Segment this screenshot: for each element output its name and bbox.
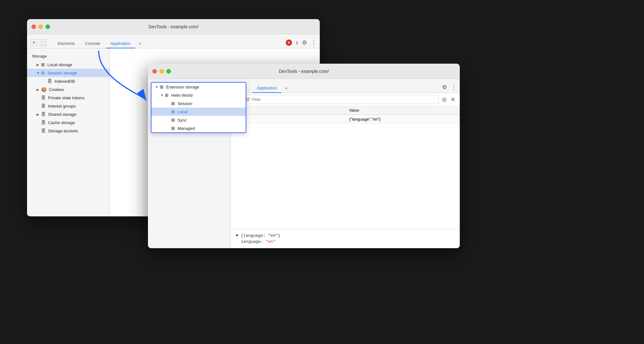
table-icon: ⊞ [41,70,45,75]
ext-sync[interactable]: ▶ ⊞ Sync [151,116,246,124]
sidebar-item-label: Hello World [171,93,192,98]
sidebar-item-label: Managed [178,126,195,131]
tab-application-back[interactable]: Application [106,39,135,48]
json-expand[interactable]: ▼ {language: "en"} [236,233,455,238]
db-icon: 🗄 [41,120,46,125]
filter-bar: ↻ ▽ ⊘ ✕ [231,93,460,106]
clear-filter-icon[interactable]: ⊘ [441,95,447,104]
sidebar-storage-buckets[interactable]: ▶ 🗄 Storage buckets [27,127,109,135]
box-icon[interactable]: ⬚ [40,39,47,46]
cookie-icon: 🍪 [41,87,46,92]
tab-bar-back: ⌖ ⬚ Elements Console Application » ✕ 1 ⚙… [27,34,320,48]
sidebar-cache-storage[interactable]: ▶ 🗄 Cache storage [27,118,109,127]
tab-more-front[interactable]: » [283,84,290,93]
arrow-icon: ▶ [37,88,41,91]
close-filter-icon[interactable]: ✕ [450,95,456,104]
maximize-button-back[interactable] [46,25,50,29]
window-title-front: DevTools - example.com/ [279,69,329,74]
tab-bar-right-front: ⚙ ⋮ [442,84,457,93]
ext-managed[interactable]: ▶ ⊞ Managed [151,124,246,132]
table-icon: ⊞ [171,117,175,123]
arrow-icon: ▼ [155,85,160,89]
cursor-icon[interactable]: ⌖ [30,39,37,46]
ext-local[interactable]: ▶ ⊞ Local [151,108,246,116]
table-icon: ⊞ [171,126,175,131]
filter-icon: ▽ [246,96,250,102]
cell-value: {"language":"en"} [346,115,460,123]
filter-input-wrap: ▽ [243,95,439,104]
tab-console-back[interactable]: Console [80,39,105,48]
tab-elements-back[interactable]: Elements [53,39,79,48]
sidebar-item-label: Session [178,101,192,106]
more-options-icon-front[interactable]: ⋮ [451,84,457,91]
arrow-icon: ▶ [37,113,41,116]
filter-input[interactable] [252,97,436,102]
sidebar-item-label: Shared storage [48,112,76,117]
table-header: Key Value [231,106,460,115]
extension-storage-popup: ▼ ⊞ Extension storage ▼ ⊞ Hello World ▶ … [151,82,246,133]
error-icon: ✕ [286,39,292,46]
sidebar-item-label: Cache storage [48,120,75,125]
cell-key: config [231,115,346,123]
error-count: 1 [296,40,298,45]
db-icon: 🗄 [41,112,46,117]
sidebar-item-label: Local storage [47,62,72,67]
arrow-icon: ▼ [160,94,165,97]
db-icon: 🗄 [41,95,46,100]
ext-extension-storage[interactable]: ▼ ⊞ Extension storage [151,83,246,91]
sidebar-item-label: Cookies [49,87,64,92]
ext-hello-world[interactable]: ▼ ⊞ Hello World [151,91,246,99]
sidebar-shared-storage[interactable]: ▶ 🗄 Shared storage [27,110,109,118]
col-value: Value [346,106,460,115]
json-preview: ▼ {language: "en"} language: "en" [231,229,460,248]
table-row[interactable]: config {"language":"en"} [231,115,460,124]
db-icon: 🗄 [47,79,52,84]
devtools-icons-back: ⌖ ⬚ [30,39,47,48]
sidebar-interest-groups[interactable]: ▶ 🗄 Interest groups [27,102,109,110]
content-panel-front: ↻ ▽ ⊘ ✕ Key Value config {"language":"en… [231,93,460,248]
sidebar-back: Storage ▶ ⊞ Local storage ▼ ⊞ Session st… [27,48,110,216]
more-options-icon[interactable]: ⋮ [311,39,317,46]
sidebar-local-storage[interactable]: ▶ ⊞ Local storage [27,60,109,69]
window-title-back: DevTools - example.com/ [148,24,198,29]
settings-icon-front[interactable]: ⚙ [442,84,447,91]
title-bar-front: DevTools - example.com/ [148,64,460,79]
sidebar-item-label: Private state tokens [48,95,84,100]
table-icon: ⊞ [41,62,45,67]
sidebar-item-label: Storage buckets [48,129,78,133]
json-row: language: "en" [236,239,455,244]
tab-application-front[interactable]: Application [252,84,282,93]
table-icon: ⊞ [165,93,169,98]
json-expand-label: ▼ {language: "en"} [236,233,280,238]
storage-section-label: Storage [27,53,109,60]
sidebar-item-label: Local [178,109,187,114]
sidebar-indexeddb[interactable]: ▶ 🗄 IndexedDB [27,77,109,85]
json-value: "en" [266,239,276,244]
table-icon: ⊞ [171,101,175,106]
tab-more-back[interactable]: » [136,39,144,48]
sidebar-private-state[interactable]: ▶ 🗄 Private state tokens [27,94,109,102]
sidebar-item-label: Session storage [47,71,77,75]
traffic-lights-back [32,25,50,29]
minimize-button-back[interactable] [38,25,43,29]
settings-icon[interactable]: ⚙ [302,39,307,46]
tab-bar-right-back: ✕ 1 ⚙ ⋮ [286,39,317,48]
sidebar-item-label: Sync [178,118,187,123]
title-bar-back: DevTools - example.com/ [27,19,320,34]
sidebar-item-label: Interest groups [48,104,76,109]
minimize-button-front[interactable] [159,69,164,74]
ext-session[interactable]: ▶ ⊞ Session [151,99,246,108]
table-icon: ⊞ [171,109,175,114]
sidebar-session-storage[interactable]: ▼ ⊞ Session storage [27,69,109,77]
data-table: Key Value config {"language":"en"} [231,106,460,229]
col-key: Key [231,106,346,115]
arrow-icon: ▼ [37,71,41,75]
maximize-button-front[interactable] [166,69,171,74]
close-button-back[interactable] [32,25,36,29]
table-icon: ⊞ [160,84,164,89]
sidebar-cookies[interactable]: ▶ 🍪 Cookies [27,85,109,94]
close-button-front[interactable] [152,69,157,74]
json-key: language: [241,239,263,244]
sidebar-item-label: IndexedDB [54,79,75,84]
sidebar-item-label: Extension storage [166,85,199,89]
